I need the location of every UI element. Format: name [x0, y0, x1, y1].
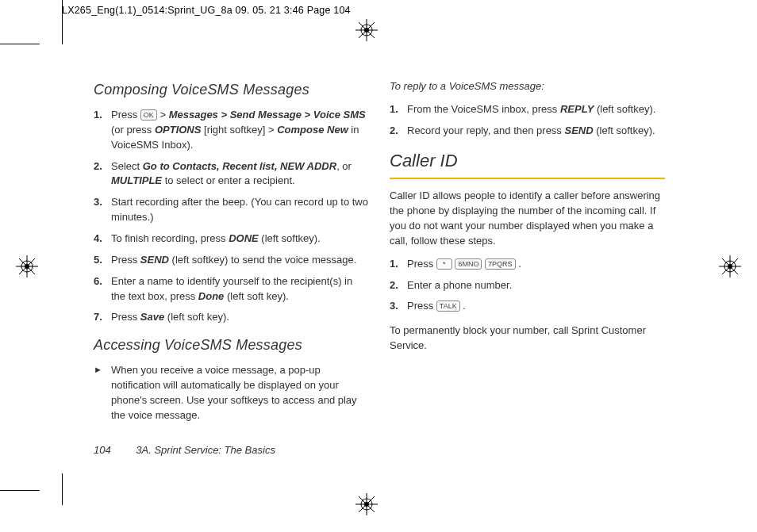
- registration-mark-right: [719, 255, 741, 277]
- text: Press: [407, 258, 436, 270]
- text: to select or enter a recipient.: [162, 174, 295, 186]
- callerid-steps: Press * 6MNO 7PQRS . Enter a phone numbe…: [390, 257, 665, 315]
- page-number: 104: [94, 444, 111, 456]
- crop-mark: [0, 44, 40, 44]
- text: , or: [336, 160, 352, 172]
- yellow-rule: [390, 178, 665, 179]
- list-item: From the VoiceSMS inbox, press REPLY (le…: [390, 102, 665, 117]
- key-talk-icon: TALK: [436, 300, 460, 312]
- page: LX265_Eng(1.1)_0514:Sprint_UG_8a 09. 05.…: [0, 0, 757, 532]
- list-item: Press SEND (left softkey) to send the vo…: [94, 253, 369, 268]
- text: (or press: [111, 124, 155, 136]
- heading-composing: Composing VoiceSMS Messages: [94, 79, 369, 100]
- text: Select: [111, 160, 143, 172]
- emph: REPLY: [560, 103, 594, 115]
- text: Press: [111, 109, 140, 121]
- compose-steps: Press OK > Messages > Send Message > Voi…: [94, 108, 369, 325]
- running-header: LX265_Eng(1.1)_0514:Sprint_UG_8a 09. 05.…: [62, 5, 351, 16]
- list-item: Press Save (left soft key).: [94, 310, 369, 325]
- list-item: To finish recording, press DONE (left so…: [94, 232, 369, 247]
- heading-callerid: Caller ID: [390, 148, 665, 174]
- list-item: Enter a name to identify yourself to the…: [94, 274, 369, 304]
- emph: Messages > Send Message > Voice SMS: [169, 109, 366, 121]
- section-title: 3A. Sprint Service: The Basics: [136, 444, 275, 456]
- emph: Compose New: [277, 124, 348, 136]
- emph: SEND: [564, 124, 593, 136]
- registration-mark-top: [355, 19, 378, 41]
- emph: MULTIPLE: [111, 174, 162, 186]
- page-footer: 104 3A. Sprint Service: The Basics: [94, 444, 275, 456]
- text: [right softkey] >: [201, 124, 277, 136]
- list-item: Select Go to Contacts, Recent list, NEW …: [94, 159, 369, 189]
- text: Press: [111, 311, 140, 323]
- list-item: When you receive a voice message, a pop-…: [94, 363, 369, 423]
- key-star-icon: *: [436, 258, 452, 270]
- heading-accessing: Accessing VoiceSMS Messages: [94, 335, 369, 355]
- left-column: Composing VoiceSMS Messages Press OK > M…: [94, 79, 369, 423]
- list-item: Press * 6MNO 7PQRS .: [390, 257, 665, 272]
- emph: DONE: [229, 232, 259, 244]
- reply-steps: From the VoiceSMS inbox, press REPLY (le…: [390, 102, 665, 139]
- registration-mark-bottom: [355, 493, 378, 515]
- text: (left softkey) to send the voice message…: [169, 254, 356, 266]
- text: Enter a phone number.: [407, 279, 512, 291]
- text: (left softkey).: [259, 232, 321, 244]
- list-item: Record your reply, and then press SEND (…: [390, 124, 665, 139]
- text: .: [463, 300, 466, 312]
- text: (left soft key).: [224, 290, 289, 302]
- callerid-paragraph-2: To permanently block your number, call S…: [390, 323, 665, 354]
- right-column: To reply to a VoiceSMS message: From the…: [390, 79, 665, 423]
- key-6-icon: 6MNO: [455, 258, 482, 270]
- text: Record your reply, and then press: [407, 124, 564, 136]
- emph: Go to Contacts, Recent list, NEW ADDR: [143, 160, 336, 172]
- emph: SEND: [140, 254, 169, 266]
- access-list: When you receive a voice message, a pop-…: [94, 363, 369, 423]
- reply-intro: To reply to a VoiceSMS message:: [390, 79, 665, 94]
- crop-vline-bottom: [62, 473, 63, 505]
- text: To finish recording, press: [111, 232, 229, 244]
- registration-mark-left: [16, 255, 38, 277]
- list-item: Press OK > Messages > Send Message > Voi…: [94, 108, 369, 153]
- ok-key-icon: OK: [140, 109, 157, 121]
- text: >: [157, 109, 169, 121]
- emph: Done: [198, 290, 225, 302]
- key-7-icon: 7PQRS: [485, 258, 516, 270]
- emph: Save: [140, 311, 164, 323]
- text: From the VoiceSMS inbox, press: [407, 103, 560, 115]
- content-area: Composing VoiceSMS Messages Press OK > M…: [94, 79, 665, 423]
- text: (left softkey).: [594, 124, 655, 136]
- text: .: [518, 258, 521, 270]
- text: Press: [111, 254, 140, 266]
- callerid-paragraph: Caller ID allows people to identify a ca…: [390, 189, 665, 248]
- list-item: Press TALK .: [390, 299, 665, 314]
- text: Press: [407, 300, 436, 312]
- text: Start recording after the beep. (You can…: [111, 196, 368, 223]
- list-item: Enter a phone number.: [390, 278, 665, 293]
- text: When you receive a voice message, a pop-…: [111, 364, 357, 421]
- list-item: Start recording after the beep. (You can…: [94, 195, 369, 225]
- crop-mark: [0, 490, 40, 491]
- emph: OPTIONS: [155, 124, 202, 136]
- text: (left soft key).: [164, 311, 229, 323]
- text: (left softkey).: [594, 103, 655, 115]
